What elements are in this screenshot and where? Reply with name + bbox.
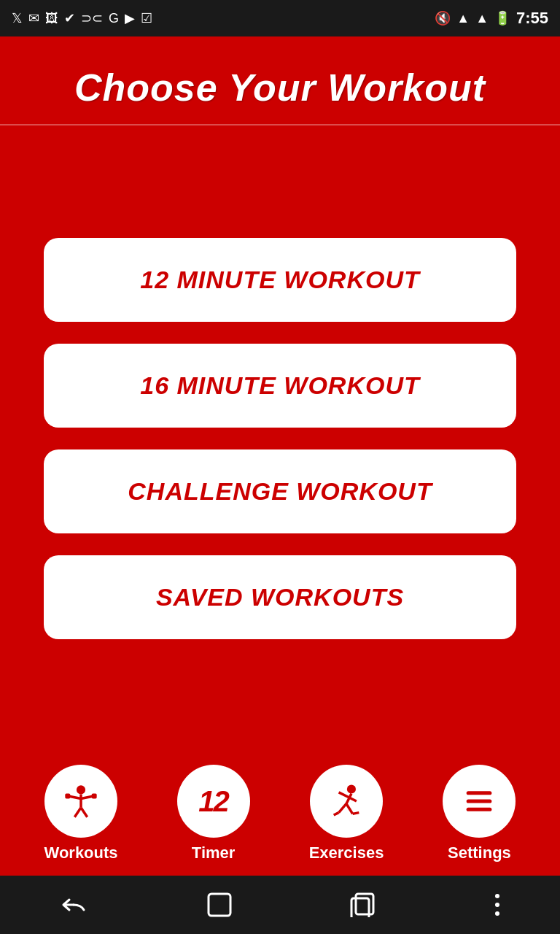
workouts-nav-icon [62,782,100,820]
voicemail-icon: ⊃⊂ [81,10,103,26]
svg-rect-19 [209,894,230,916]
12-minute-workout-button[interactable]: 12 MINUTE WORKOUT [44,238,516,322]
status-time: 7:55 [516,9,548,28]
svg-point-22 [495,894,499,898]
svg-point-8 [347,784,356,793]
system-navigation-bar [0,876,560,934]
battery-icon: 🔋 [494,10,510,26]
svg-line-12 [339,803,346,812]
home-button[interactable] [207,892,232,917]
mute-icon: 🔇 [435,10,451,26]
workouts-nav-label: Workouts [44,844,118,862]
svg-line-11 [349,798,356,801]
nav-item-settings[interactable]: Settings [443,765,516,862]
workouts-nav-circle [44,765,117,838]
svg-line-14 [346,803,353,814]
16-minute-workout-label: 16 MINUTE WORKOUT [140,371,419,400]
exercises-nav-circle [310,765,383,838]
16-minute-workout-button[interactable]: 16 MINUTE WORKOUT [44,344,516,428]
svg-line-7 [81,808,88,817]
status-bar-right-icons: 🔇 ▲ ▲ 🔋 7:55 [435,9,548,28]
google-plus-icon: G [109,11,119,26]
check-circle-icon: ✔ [64,10,75,26]
svg-rect-4 [65,794,70,799]
page-title: Choose Your Workout [15,66,545,109]
timer-nav-label: Timer [192,844,236,862]
12-minute-workout-label: 12 MINUTE WORKOUT [140,266,419,294]
back-button[interactable] [59,894,88,916]
nav-item-timer[interactable]: 12 Timer [177,765,250,862]
svg-line-13 [334,813,339,815]
svg-rect-16 [467,791,492,795]
play-icon: ▶ [125,10,135,26]
svg-point-23 [495,903,499,907]
checkbox-icon: ☑ [141,10,152,26]
status-bar-left-icons: 𝕏 ✉ 🖼 ✔ ⊃⊂ G ▶ ☑ [12,10,152,26]
more-options-button[interactable] [494,892,501,917]
bottom-navigation: Workouts 12 Timer [0,752,560,876]
gmail-icon: ✉ [28,10,39,26]
signal-icon: ▲ [475,11,489,26]
svg-rect-17 [467,799,492,803]
svg-line-15 [353,813,359,814]
svg-line-6 [74,808,81,817]
challenge-workout-button[interactable]: CHALLENGE WORKOUT [44,449,516,533]
wifi-icon: ▲ [456,11,470,26]
svg-point-24 [495,911,499,916]
svg-rect-20 [356,894,373,914]
saved-workouts-label: SAVED WORKOUTS [156,583,404,611]
svg-point-0 [77,785,85,794]
challenge-workout-label: CHALLENGE WORKOUT [128,477,432,506]
svg-line-10 [339,792,349,798]
svg-rect-18 [467,808,492,811]
main-content: 12 MINUTE WORKOUT 16 MINUTE WORKOUT CHAL… [0,126,560,752]
recents-button[interactable] [350,892,375,917]
page-header: Choose Your Workout [0,36,560,126]
settings-nav-label: Settings [448,844,511,862]
timer-nav-circle: 12 [177,765,250,838]
exercises-nav-label: Exercises [309,844,384,862]
svg-line-3 [81,796,93,798]
settings-nav-icon [460,782,498,820]
twitter-icon: 𝕏 [12,10,23,26]
status-bar: 𝕏 ✉ 🖼 ✔ ⊃⊂ G ▶ ☑ 🔇 ▲ ▲ 🔋 7:55 [0,0,560,36]
nav-item-workouts[interactable]: Workouts [44,765,118,862]
nav-item-exercises[interactable]: Exercises [309,765,384,862]
exercises-nav-icon [327,782,365,820]
image-icon: 🖼 [45,11,58,26]
saved-workouts-button[interactable]: SAVED WORKOUTS [44,555,516,639]
svg-rect-5 [92,794,97,799]
settings-nav-circle [443,765,516,838]
timer-nav-icon: 12 [198,785,228,818]
